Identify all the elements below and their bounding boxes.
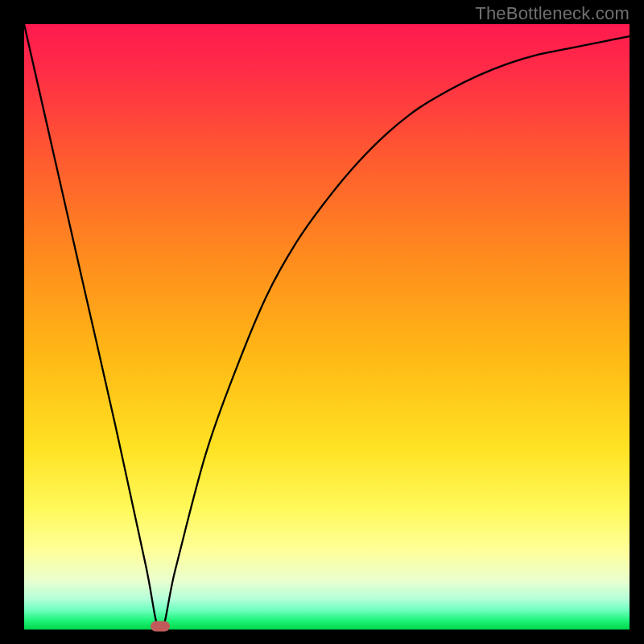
watermark-text: TheBottleneck.com (475, 3, 630, 24)
plot-area (24, 24, 630, 630)
chart-frame: TheBottleneck.com (0, 0, 644, 644)
bottleneck-curve (24, 24, 630, 630)
optimal-point-marker (151, 621, 170, 632)
